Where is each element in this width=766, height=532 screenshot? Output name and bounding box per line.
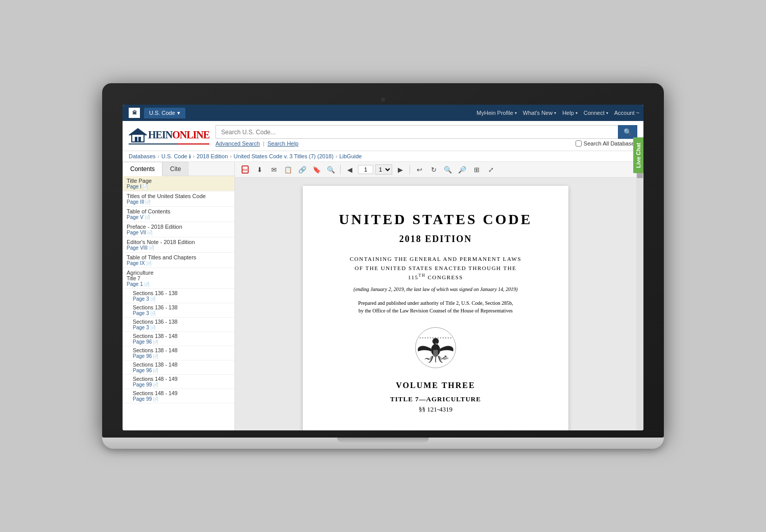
toolbar-download-btn[interactable]: ⬇	[253, 164, 266, 175]
toc-sub-item-136-138-3-page: Page 3 📄	[133, 325, 230, 330]
toolbar-zoom-in-btn[interactable]: 🔎	[456, 164, 468, 175]
toc-tab-cite[interactable]: Cite	[162, 162, 188, 176]
toc-sub-item-138-148-2-page-text: Page 96	[133, 353, 152, 359]
advanced-search-link[interactable]: Advanced Search	[216, 140, 260, 147]
toc-item-title-page-page: Page I 📄	[127, 184, 230, 189]
nav-tab-dropdown-arrow: ▾	[177, 110, 180, 116]
toc-item-agriculture-page-text: Page 1	[127, 281, 143, 287]
main-content: Contents Cite Title Page Page I 📄	[123, 162, 643, 430]
toc-sub-item-148-149-2-page: Page 99 📄	[133, 396, 230, 402]
nav-help[interactable]: Help ▾	[562, 110, 578, 116]
breadcrumb-bar: Databases › U.S. Code ℹ › 2018 Edition ›…	[123, 151, 643, 162]
nav-account-label: Account ~	[614, 110, 639, 116]
search-all-db-checkbox[interactable]	[576, 140, 582, 147]
toc-panel: Contents Cite Title Page Page I 📄	[123, 162, 235, 430]
screen-bezel: 🏛 U.S. Code ▾ MyHein Profile ▾ What's N	[102, 83, 664, 438]
toc-item-preface-label: Preface - 2018 Edition	[127, 224, 230, 230]
doc-page-area[interactable]: UNITED STATES CODE 2018 EDITION CONTAINI…	[235, 178, 636, 430]
toolbar-next-btn[interactable]: ▶	[394, 164, 406, 175]
toolbar-email-btn[interactable]: ✉	[268, 164, 280, 175]
toc-sub-item-148-149-1-page-text: Page 99	[133, 382, 152, 388]
toc-item-agriculture[interactable]: Agriculture Title 7 Page 1 📄	[123, 268, 234, 289]
search-help-link[interactable]: Search Help	[268, 140, 299, 147]
toc-tab-contents[interactable]: Contents	[123, 162, 162, 176]
breadcrumb-databases[interactable]: Databases	[129, 153, 156, 159]
nav-whatsnew[interactable]: What's New ▾	[523, 110, 556, 116]
toc-sub-item-136-138-1-page: Page 3 📄	[133, 296, 230, 302]
toc-item-toc-label: Table of Contents	[127, 208, 230, 214]
nav-myhein[interactable]: MyHein Profile ▾	[476, 110, 517, 116]
breadcrumb-uscode-icon: ℹ	[189, 154, 191, 159]
breadcrumb-arrow-1: ›	[158, 154, 159, 159]
svg-rect-2	[138, 137, 141, 142]
toc-sub-item-138-148-1[interactable]: Sections 138 - 148 Page 96 📄	[123, 332, 234, 346]
right-scrollbar[interactable]	[636, 162, 643, 430]
logo-search-bar: HEINONLINE 🔍 Advanced Search |	[123, 121, 643, 151]
toc-pdf-icon-3: 📄	[145, 215, 150, 220]
search-input[interactable]	[216, 125, 618, 139]
toc-sub-item-138-148-2[interactable]: Sections 138 - 148 Page 96 📄	[123, 346, 234, 360]
breadcrumb-arrow-2: ›	[193, 154, 195, 159]
toc-item-editors-note-page-text: Page VIII	[127, 245, 148, 251]
toolbar-search-btn[interactable]: 🔍	[325, 164, 337, 175]
toolbar-page-select[interactable]: 1	[375, 164, 392, 175]
toolbar-bookmark-btn[interactable]: 🔖	[310, 164, 323, 175]
toc-list: Title Page Page I 📄 Titles of the United…	[123, 176, 234, 430]
live-chat-button[interactable]: Live Chat	[633, 137, 643, 173]
toolbar-link-btn[interactable]: 🔗	[296, 164, 308, 175]
toc-sub-item-136-138-2-page-text: Page 3	[133, 310, 149, 316]
nav-connect[interactable]: Connect ▾	[584, 110, 608, 116]
toc-sub-item-136-138-3[interactable]: Sections 136 - 138 Page 3 📄	[123, 318, 234, 332]
hein-logo-house-icon	[129, 128, 147, 143]
breadcrumb-edition[interactable]: 2018 Edition	[197, 153, 228, 159]
toc-item-toc[interactable]: Table of Contents Page V 📄	[123, 207, 234, 222]
toc-item-table-titles[interactable]: Table of Titles and Chapters Page IX 📄	[123, 253, 234, 268]
doc-subtitle-1: CONTAINING THE GENERAL AND PERMANENT LAW…	[350, 255, 521, 282]
toolbar-pdf-btn[interactable]: PDF	[239, 164, 251, 175]
toc-item-title-page-label: Title Page	[127, 178, 230, 184]
uscode-nav-tab[interactable]: U.S. Code ▾	[144, 108, 185, 118]
toc-item-titles-usc[interactable]: Titles of the United States Code Page II…	[123, 191, 234, 207]
toc-sub-item-136-138-2[interactable]: Sections 136 - 138 Page 3 📄	[123, 303, 234, 318]
toc-item-table-titles-page: Page IX 📄	[127, 260, 230, 266]
doc-subtitle-line3: 115TH CONGRESS	[350, 273, 521, 282]
toolbar-print-btn[interactable]: 📋	[282, 164, 294, 175]
doc-subtitle-line1: CONTAINING THE GENERAL AND PERMANENT LAW…	[350, 255, 521, 264]
toc-item-agriculture-title: Title 7	[127, 276, 230, 281]
logo-underline	[129, 143, 209, 144]
toolbar-page-input[interactable]	[358, 165, 373, 174]
document-viewer: PDF ⬇ ✉ 📋 🔗 🔖 🔍 ◀ 1	[235, 162, 636, 430]
doc-authority-line1: Prepared and published under authority o…	[358, 299, 513, 307]
toc-pdf-icon-6: 📄	[146, 261, 152, 266]
breadcrumb-arrow-3: ›	[230, 154, 231, 159]
toc-sub-item-148-149-2[interactable]: Sections 148 - 149 Page 99 📄	[123, 389, 234, 403]
toolbar-redo-btn[interactable]: ↻	[427, 164, 440, 175]
toc-sub-item-148-149-1[interactable]: Sections 148 - 149 Page 99 📄	[123, 375, 234, 389]
toolbar-zoom-out-btn[interactable]: 🔍	[442, 164, 454, 175]
breadcrumb-libguide[interactable]: LibGuide	[339, 153, 362, 159]
nav-account[interactable]: Account ~	[614, 110, 639, 116]
breadcrumb-volume[interactable]: United States Code v. 3 Titles (7) (2018…	[234, 153, 333, 159]
search-link-sep: |	[263, 140, 265, 147]
toc-item-preface[interactable]: Preface - 2018 Edition Page VII 📄	[123, 222, 234, 237]
nav-help-arrow: ▾	[576, 111, 578, 115]
toolbar-undo-btn[interactable]: ↩	[413, 164, 425, 175]
toolbar-fullscreen-btn[interactable]: ⤢	[485, 164, 497, 175]
toc-sub-item-136-138-3-label: Sections 136 - 138	[133, 319, 230, 325]
toc-pdf-icon-10: 📄	[150, 325, 156, 330]
breadcrumb-uscode[interactable]: U.S. Code ℹ	[161, 153, 191, 159]
toc-sub-item-136-138-1[interactable]: Sections 136 - 138 Page 3 📄	[123, 289, 234, 303]
toc-item-title-page[interactable]: Title Page Page I 📄	[123, 176, 234, 191]
toolbar-prev-btn[interactable]: ◀	[344, 164, 356, 175]
toolbar-grid-btn[interactable]: ⊞	[470, 164, 483, 175]
toc-pdf-icon-4: 📄	[147, 230, 153, 235]
hein-logo: HEINONLINE	[129, 128, 209, 144]
toc-item-editors-note[interactable]: Editor's Note - 2018 Edition Page VIII 📄	[123, 237, 234, 253]
toc-sub-item-138-148-3[interactable]: Sections 138 - 148 Page 96 📄	[123, 360, 234, 375]
nav-whatsnew-label: What's New	[523, 110, 553, 116]
toc-pdf-icon-13: 📄	[153, 368, 158, 373]
toc-item-editors-note-page: Page VIII 📄	[127, 245, 230, 251]
toc-pdf-icon-11: 📄	[153, 340, 158, 345]
toc-sub-item-138-148-3-page-text: Page 96	[133, 368, 152, 373]
toc-sub-item-136-138-2-page: Page 3 📄	[133, 310, 230, 316]
